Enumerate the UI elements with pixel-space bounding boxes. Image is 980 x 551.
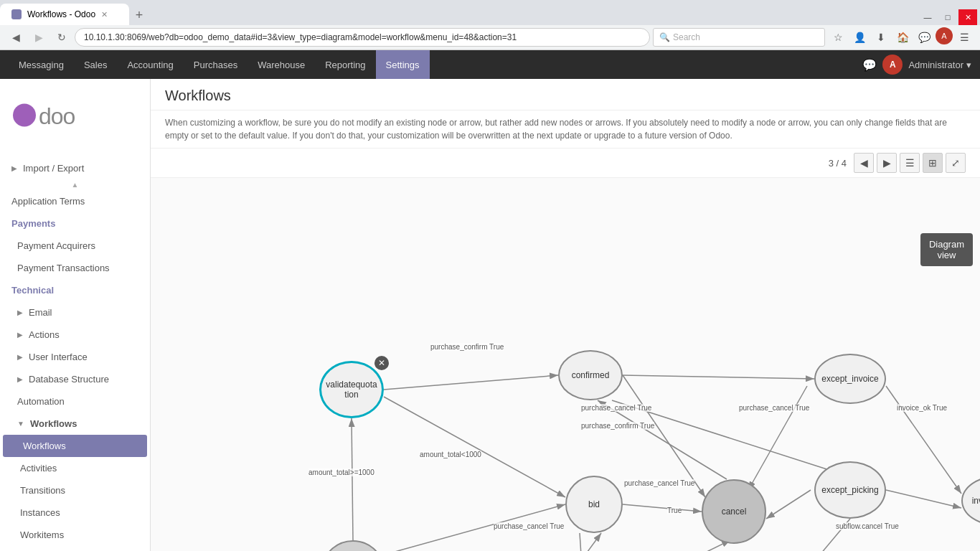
node-confirmed[interactable]: confirmed: [558, 350, 623, 400]
sidebar-item-activities[interactable]: Activities: [0, 457, 150, 479]
sidebar-item-payment-acquirers[interactable]: Payment Acquirers: [0, 235, 150, 257]
chevron-down-icon: ▾: [966, 60, 971, 70]
user-profile-icon[interactable]: 👤: [849, 27, 870, 47]
tab-title: Workflows - Odoo: [27, 9, 95, 19]
sidebar-item-email[interactable]: ▶ Email: [0, 301, 150, 324]
odoo-logo: doo: [0, 79, 150, 153]
forward-button[interactable]: ▶: [29, 27, 49, 47]
back-button[interactable]: ◀: [6, 27, 26, 47]
svg-point-0: [13, 104, 36, 127]
svg-line-9: [623, 375, 814, 379]
chevron-down-icon: ▼: [17, 420, 24, 428]
node-invoice-done[interactable]: invoice_done: [961, 476, 980, 526]
tab-close-icon[interactable]: ✕: [101, 10, 108, 19]
sidebar-section-payments: Payments: [0, 212, 150, 235]
nav-item-reporting[interactable]: Reporting: [315, 50, 375, 79]
sidebar-item-workflows-header[interactable]: ▼ Workflows: [0, 413, 150, 435]
maximize-button[interactable]: □: [938, 9, 957, 25]
nav-item-sales[interactable]: Sales: [74, 50, 118, 79]
download-icon[interactable]: ⬇: [871, 27, 891, 47]
edge-label-amount-lt-1000: amount_total<1000: [420, 451, 481, 458]
node-except-picking[interactable]: except_picking: [814, 461, 886, 519]
fullscreen-button[interactable]: ⤢: [946, 153, 966, 173]
menu-icon[interactable]: ☰: [954, 27, 974, 47]
chat-icon[interactable]: 💬: [914, 27, 934, 47]
svg-line-14: [580, 533, 583, 551]
search-bar[interactable]: 🔍 Search: [653, 28, 825, 47]
svg-line-7: [384, 397, 565, 497]
svg-line-18: [886, 490, 961, 508]
node-draft[interactable]: draft: [321, 540, 385, 551]
url-text: 10.10.1.30:8069/web?db=odoo_demo_data#id…: [84, 32, 517, 42]
sidebar-scroll-up[interactable]: ▲: [0, 179, 150, 190]
close-button[interactable]: ✕: [958, 9, 977, 25]
sidebar: doo ▶ Import / Export ▲ Application Term…: [0, 79, 151, 551]
sidebar-item-import-export[interactable]: ▶ Import / Export: [0, 157, 150, 179]
edge-label-purchase-cancel-4: purchase_cancel True: [494, 522, 564, 530]
sidebar-item-instances[interactable]: Instances: [0, 501, 150, 524]
sidebar-item-workflows[interactable]: Workflows: [3, 435, 147, 457]
diagram-area[interactable]: purchase_confirm True purchase_cancel Tr…: [151, 178, 980, 551]
page-title: Workflows: [165, 88, 966, 104]
sidebar-item-user-interface[interactable]: ▶ User Interface: [0, 346, 150, 368]
chevron-right-icon: ▶: [17, 375, 23, 383]
nav-item-messaging[interactable]: Messaging: [9, 50, 74, 79]
svg-line-15: [748, 386, 807, 490]
sidebar-item-actions[interactable]: ▶ Actions: [0, 324, 150, 346]
chevron-right-icon: ▶: [17, 309, 23, 316]
diagram-view-tooltip: Diagram view: [920, 233, 973, 266]
edge-label-purchase-cancel-3: purchase_cancel True: [624, 479, 694, 487]
node-bid[interactable]: bid: [565, 476, 623, 533]
svg-line-10: [623, 504, 702, 512]
edge-label-subflow-cancel: subflow.cancel True: [836, 522, 899, 530]
sidebar-item-calendar[interactable]: ▶ Calendar: [0, 546, 150, 551]
list-view-button[interactable]: ☰: [900, 153, 920, 173]
nav-item-purchases[interactable]: Purchases: [184, 50, 248, 79]
user-menu[interactable]: Administrator ▾: [908, 60, 971, 70]
nav-item-warehouse[interactable]: Warehouse: [248, 50, 315, 79]
search-placeholder: Search: [673, 32, 700, 42]
sidebar-item-automation[interactable]: Automation: [0, 390, 150, 413]
page-counter: 3 / 4: [829, 158, 847, 169]
chevron-right-icon: ▶: [11, 164, 17, 172]
svg-line-13: [598, 540, 730, 551]
user-avatar[interactable]: A: [882, 55, 903, 75]
node-cancel[interactable]: cancel: [702, 479, 766, 544]
edge-label-amount-gte-1000: amount_total>=1000: [308, 468, 374, 476]
home-icon[interactable]: 🏠: [892, 27, 913, 47]
edge-label-purchase-confirm-2: purchase_confirm True: [581, 422, 654, 430]
reload-button[interactable]: ↻: [52, 27, 72, 47]
sidebar-section-technical: Technical: [0, 279, 150, 301]
browser-tab[interactable]: Workflows - Odoo ✕: [0, 4, 129, 25]
next-page-button[interactable]: ▶: [877, 153, 897, 173]
chevron-right-icon: ▶: [17, 353, 23, 361]
edge-label-purchase-cancel-2: purchase_cancel True: [739, 404, 809, 412]
sidebar-item-payment-transactions[interactable]: Payment Transactions: [0, 257, 150, 279]
diagram-toolbar: 3 / 4 ◀ ▶ ☰ ⊞ ⤢: [151, 149, 980, 178]
sidebar-item-database-structure[interactable]: ▶ Database Structure: [0, 368, 150, 390]
prev-page-button[interactable]: ◀: [854, 153, 874, 173]
new-tab-button[interactable]: +: [129, 5, 149, 25]
svg-line-16: [766, 490, 811, 519]
svg-line-17: [886, 386, 961, 494]
chevron-right-icon: ▶: [17, 331, 23, 339]
nav-item-accounting[interactable]: Accounting: [117, 50, 183, 79]
url-bar[interactable]: 10.10.1.30:8069/web?db=odoo_demo_data#id…: [75, 28, 650, 47]
nav-item-settings[interactable]: Settings: [376, 50, 430, 79]
edge-label-purchase-confirm-true: purchase_confirm True: [430, 343, 504, 351]
node-except-invoice[interactable]: except_invoice: [814, 354, 886, 404]
sidebar-item-workitems[interactable]: Workitems: [0, 524, 150, 546]
account-icon[interactable]: A: [936, 27, 953, 44]
search-icon: 🔍: [659, 32, 670, 42]
minimize-button[interactable]: —: [918, 9, 937, 25]
diagram-view-button[interactable]: ⊞: [923, 153, 943, 173]
node-validatequotation[interactable]: ✕ validatequotation: [319, 361, 384, 418]
sidebar-item-application-terms[interactable]: Application Terms: [0, 190, 150, 212]
edge-label-invoice-ok: invoice_ok True: [897, 404, 947, 412]
bookmark-icon[interactable]: ☆: [828, 27, 848, 47]
chat-nav-icon[interactable]: 💬: [862, 58, 877, 72]
node-x-button[interactable]: ✕: [374, 356, 389, 370]
edge-label-purchase-cancel-1: purchase_cancel True: [581, 404, 651, 412]
svg-line-3: [384, 375, 558, 390]
sidebar-item-transitions[interactable]: Transitions: [0, 479, 150, 501]
